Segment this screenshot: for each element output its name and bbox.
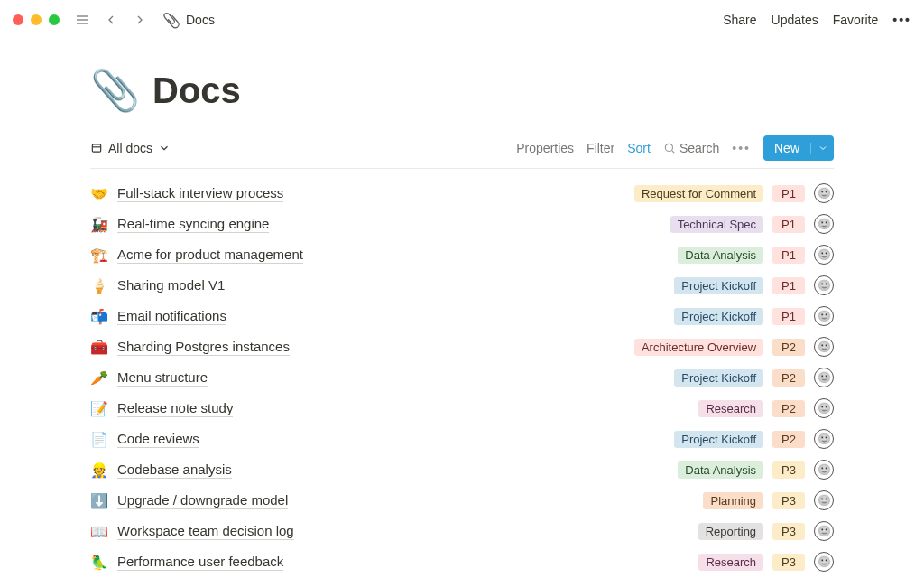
doc-emoji-icon: 🏗️ <box>90 247 108 264</box>
priority-tag: P2 <box>772 400 805 417</box>
sidebar-toggle-icon[interactable] <box>72 10 92 30</box>
view-selector-label: All docs <box>108 141 152 155</box>
filter-button[interactable]: Filter <box>587 141 614 155</box>
priority-tag: P1 <box>772 277 805 294</box>
doc-emoji-icon: 👷 <box>90 461 108 479</box>
sort-button[interactable]: Sort <box>627 141 651 155</box>
type-tag: Research <box>698 400 763 417</box>
type-tag: Data Analysis <box>678 247 763 264</box>
priority-tag: P3 <box>772 554 805 571</box>
doc-title: Sharding Postgres instances <box>117 339 290 356</box>
nav-forward-button[interactable] <box>130 10 150 30</box>
priority-tag: P1 <box>772 247 805 264</box>
updates-button[interactable]: Updates <box>772 13 818 27</box>
doc-title: Upgrade / downgrade model <box>117 492 288 509</box>
doc-title: Workspace team decision log <box>117 523 294 540</box>
doc-title: Acme for product management <box>117 247 303 264</box>
priority-tag: P2 <box>772 369 805 387</box>
owner-avatar[interactable] <box>814 521 834 541</box>
page-title: Docs <box>152 70 241 111</box>
search-button[interactable]: Search <box>663 141 719 155</box>
maximize-window-button[interactable] <box>49 14 60 25</box>
type-tag: Architecture Overview <box>634 339 763 356</box>
view-selector[interactable]: All docs <box>90 141 171 155</box>
doc-title: Email notifications <box>117 308 226 325</box>
doc-title: Menu structure <box>117 369 208 387</box>
share-button[interactable]: Share <box>723 13 756 27</box>
view-more-button[interactable]: ••• <box>732 141 751 155</box>
list-item[interactable]: 🚂 Real-time syncing engine Technical Spe… <box>90 209 834 239</box>
type-tag: Request for Comment <box>634 185 763 202</box>
close-window-button[interactable] <box>13 14 23 25</box>
paperclip-icon: 📎 <box>162 12 180 29</box>
list-item[interactable]: 📝 Release note study Research P2 <box>90 393 834 424</box>
type-tag: Project Kickoff <box>674 277 763 294</box>
list-item[interactable]: 🍦 Sharing model V1 Project Kickoff P1 <box>90 270 834 301</box>
type-tag: Project Kickoff <box>674 431 763 448</box>
list-item[interactable]: 🥕 Menu structure Project Kickoff P2 <box>90 362 834 393</box>
doc-title: Release note study <box>117 400 233 417</box>
priority-tag: P2 <box>772 339 805 356</box>
doc-emoji-icon: 🦜 <box>90 554 108 571</box>
breadcrumb-label: Docs <box>186 13 215 27</box>
new-button-label: New <box>763 141 810 155</box>
properties-button[interactable]: Properties <box>516 141 574 155</box>
list-item[interactable]: 📬 Email notifications Project Kickoff P1 <box>90 301 834 331</box>
type-tag: Technical Spec <box>670 216 763 233</box>
priority-tag: P3 <box>772 461 805 479</box>
doc-title: Performance user feedback <box>117 554 283 571</box>
nav-back-button[interactable] <box>101 10 121 30</box>
doc-emoji-icon: 📖 <box>90 523 108 540</box>
list-item[interactable]: 📄 Code reviews Project Kickoff P2 <box>90 424 834 454</box>
more-menu-button[interactable]: ••• <box>892 13 911 27</box>
list-icon <box>90 142 103 154</box>
owner-avatar[interactable] <box>814 429 834 449</box>
doc-title: Real-time syncing engine <box>117 216 269 233</box>
type-tag: Planning <box>703 492 763 509</box>
chevron-down-icon <box>158 142 171 154</box>
list-item[interactable]: 🧰 Sharding Postgres instances Architectu… <box>90 331 834 362</box>
page-icon[interactable]: 📎 <box>90 67 140 114</box>
type-tag: Reporting <box>698 523 763 540</box>
search-label: Search <box>679 141 719 155</box>
doc-title: Full-stack interview process <box>117 185 283 202</box>
list-item[interactable]: 🦜 Performance user feedback Research P3 <box>90 546 834 577</box>
list-item[interactable]: 🤝 Full-stack interview process Request f… <box>90 178 834 209</box>
owner-avatar[interactable] <box>814 183 834 203</box>
priority-tag: P3 <box>772 492 805 509</box>
owner-avatar[interactable] <box>814 552 834 572</box>
minimize-window-button[interactable] <box>31 14 42 25</box>
owner-avatar[interactable] <box>814 490 834 510</box>
doc-emoji-icon: ⬇️ <box>90 492 108 509</box>
doc-list: 🤝 Full-stack interview process Request f… <box>90 178 834 577</box>
svg-point-5 <box>665 144 672 151</box>
owner-avatar[interactable] <box>814 306 834 326</box>
new-button-caret[interactable] <box>810 143 834 154</box>
owner-avatar[interactable] <box>814 275 834 295</box>
priority-tag: P1 <box>772 185 805 202</box>
list-item[interactable]: 🏗️ Acme for product management Data Anal… <box>90 239 834 270</box>
view-toolbar: All docs Properties Filter Sort Search •… <box>90 135 834 169</box>
owner-avatar[interactable] <box>814 245 834 265</box>
owner-avatar[interactable] <box>814 337 834 357</box>
list-item[interactable]: ⬇️ Upgrade / downgrade model Planning P3 <box>90 485 834 516</box>
owner-avatar[interactable] <box>814 214 834 234</box>
owner-avatar[interactable] <box>814 398 834 418</box>
favorite-button[interactable]: Favorite <box>833 13 879 27</box>
priority-tag: P1 <box>772 308 805 325</box>
priority-tag: P1 <box>772 216 805 233</box>
owner-avatar[interactable] <box>814 460 834 480</box>
doc-title: Codebase analysis <box>117 461 232 479</box>
doc-emoji-icon: 🍦 <box>90 277 108 294</box>
new-button[interactable]: New <box>763 135 834 161</box>
list-item[interactable]: 📖 Workspace team decision log Reporting … <box>90 516 834 546</box>
type-tag: Project Kickoff <box>674 369 763 387</box>
doc-emoji-icon: 🤝 <box>90 185 108 202</box>
list-item[interactable]: 👷 Codebase analysis Data Analysis P3 <box>90 454 834 485</box>
doc-title: Code reviews <box>117 431 199 448</box>
search-icon <box>663 142 676 154</box>
owner-avatar[interactable] <box>814 368 834 387</box>
type-tag: Research <box>698 554 763 571</box>
doc-emoji-icon: 🥕 <box>90 369 108 387</box>
breadcrumb[interactable]: 📎 Docs <box>162 12 215 29</box>
